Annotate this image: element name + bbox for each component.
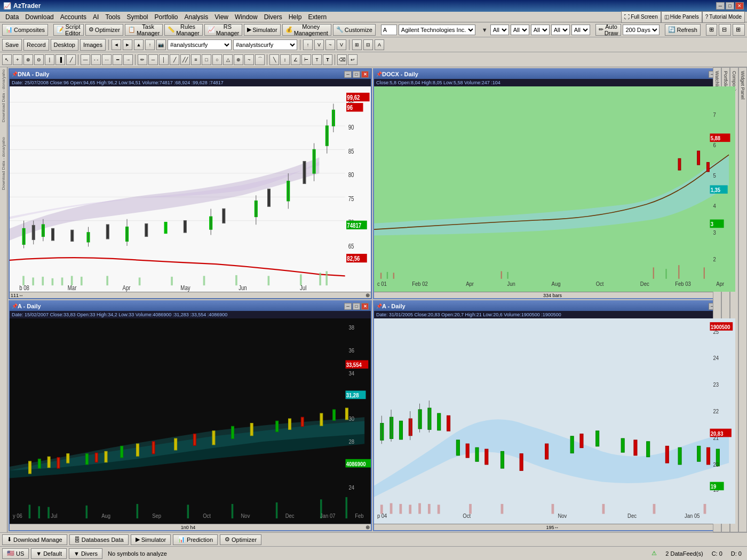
eraser-button[interactable]: ⌫ <box>337 54 347 65</box>
ticker-input[interactable] <box>381 25 397 35</box>
zoomout-button[interactable]: ⊖ <box>34 54 44 65</box>
record-button[interactable]: Record <box>23 39 49 51</box>
arc-button[interactable]: ⌒ <box>255 54 265 65</box>
chart-a2-body[interactable]: 25 24 23 22 21 20 19 1900500 20,83 19 p … <box>374 318 735 524</box>
auto-button[interactable]: ⊞ <box>733 24 745 36</box>
simulator-status-button[interactable]: ▶ Simulator <box>131 534 171 545</box>
thick-button[interactable]: ━ <box>113 54 122 65</box>
undo-button[interactable]: ↩ <box>348 54 357 65</box>
filter2-select[interactable]: All <box>511 25 529 35</box>
arrange2-button[interactable]: ⊟ <box>363 39 373 50</box>
menu-tools[interactable]: Tools <box>102 12 123 22</box>
vert-line-button[interactable]: │ <box>159 54 169 65</box>
composites-button[interactable]: 📊 Composites <box>2 24 48 36</box>
minimize-button[interactable]: ─ <box>716 2 725 10</box>
save-button[interactable]: Save <box>2 39 22 51</box>
simulator-toolbar-button[interactable]: ▶ Simulator <box>244 24 280 36</box>
measure-button[interactable]: ⊢ <box>301 54 311 65</box>
filter5-select[interactable]: All <box>571 25 590 35</box>
grid-button[interactable]: ⊞ <box>706 24 717 36</box>
vol2-button[interactable]: V <box>337 39 346 50</box>
symbol-select[interactable]: Agilent Technologies Inc. <box>399 25 475 35</box>
window-controls[interactable]: ─ □ ✕ <box>716 2 744 10</box>
rules-manager-button[interactable]: 📏 Rules Manager <box>164 24 202 36</box>
chart-a2-titlebar[interactable]: 📌 A - Daily ─ □ ✕ <box>374 301 735 311</box>
bar-button[interactable]: | <box>45 54 54 65</box>
chart-a1-body[interactable]: 38 36 34 32 30 28 26 24 33,554 31,28 408… <box>10 318 371 524</box>
menu-extern[interactable]: Extern <box>305 12 330 22</box>
default-button[interactable]: ▼ Default <box>31 548 67 559</box>
chart-dna-close[interactable]: ✕ <box>361 71 369 78</box>
filter3-select[interactable]: All <box>531 25 550 35</box>
menu-divers[interactable]: Divers <box>261 12 285 22</box>
line-button[interactable]: ╱ <box>66 54 76 65</box>
menu-help[interactable]: Help <box>285 12 305 22</box>
bold-text-button[interactable]: T <box>323 54 332 65</box>
script-editor-button[interactable]: 📝 Script Editor <box>53 24 84 36</box>
chart-dna-minimize[interactable]: ─ <box>344 71 352 78</box>
chart-a2-scrollbar[interactable]: 195↔ ⊕ <box>374 524 735 530</box>
menu-view[interactable]: View <box>211 12 232 22</box>
menu-symbol[interactable]: Symbol <box>123 12 151 22</box>
chart-dna-controls[interactable]: ─ □ ✕ <box>344 71 369 78</box>
chart-dna-titlebar[interactable]: 📌 DNA - Daily ─ □ ✕ <box>10 69 371 79</box>
menu-portfolio[interactable]: Portfolio <box>151 12 181 22</box>
widget-panel-tab[interactable]: Widget Panel <box>738 67 747 532</box>
candle-button[interactable]: ▐ <box>55 54 65 65</box>
nav-up-button[interactable]: ▲ <box>134 39 144 50</box>
full-screen-button[interactable]: ⛶ Full Screen <box>621 11 661 23</box>
indicator-select1[interactable]: #analystscurfy <box>168 39 232 50</box>
menu-ai[interactable]: AI <box>90 12 102 22</box>
diagonal-button[interactable]: ╲ <box>269 54 279 65</box>
fib-button[interactable]: ≡ <box>191 54 201 65</box>
channel-button[interactable]: ╱╱ <box>180 54 190 65</box>
close-button[interactable]: ✕ <box>735 2 744 10</box>
menu-analysis[interactable]: Analysis <box>181 12 212 22</box>
pencil-button[interactable]: ✏ <box>138 54 147 65</box>
chart-docx-scrollbar[interactable]: 334 bars ⊕ <box>374 292 735 298</box>
images-button[interactable]: Images <box>80 39 106 51</box>
chart-dna-expand[interactable]: ⊕ <box>365 292 370 298</box>
draw-line-button[interactable]: — <box>81 54 90 65</box>
arrange-charts-button[interactable]: ⊟ <box>719 24 731 36</box>
rect-button[interactable]: □ <box>202 54 211 65</box>
chart-a1-expand[interactable]: ⊕ <box>365 524 370 530</box>
divers-button[interactable]: ▼ Divers <box>69 548 102 559</box>
nav-right-button[interactable]: ► <box>123 39 132 50</box>
menu-window[interactable]: Window <box>232 12 261 22</box>
wave-button[interactable]: ~ <box>325 39 335 50</box>
customize-button[interactable]: 🔧 Customize <box>333 24 376 36</box>
indicator-select2[interactable]: #analystscurfy <box>233 39 297 50</box>
tutorial-button[interactable]: ? Tutorial Mode <box>702 11 745 23</box>
menu-accounts[interactable]: Accounts <box>57 12 90 22</box>
period-select[interactable]: 200 Days <box>623 25 659 35</box>
cursor-button[interactable]: ↖ <box>2 54 12 65</box>
task-manager-button[interactable]: 📋 Task Manager <box>125 24 163 36</box>
vol-button[interactable]: V <box>314 39 324 50</box>
text-button[interactable]: T <box>312 54 322 65</box>
up-arrow-button[interactable]: ↑ <box>303 39 313 50</box>
filter1-select[interactable]: All <box>490 25 509 35</box>
indicator-picker-button[interactable]: ↑ <box>145 39 155 50</box>
chart-docx-body[interactable]: 7 6 5 4 3 2 5,88 1,35 3 c 01 Feb 02 <box>374 86 735 292</box>
chart-a1-titlebar[interactable]: 📌 A - Daily ─ □ ✕ <box>10 301 371 311</box>
maximize-button[interactable]: □ <box>726 2 734 10</box>
flag-button[interactable]: 🇺🇸 US <box>2 548 29 559</box>
chart-dna-body[interactable]: 99,62 96 90 85 80 75 70 65 b 08 Mar Apr … <box>10 86 371 292</box>
prediction-button[interactable]: 📊 Prediction <box>173 534 218 545</box>
menu-data[interactable]: Data <box>2 12 22 22</box>
horiz-line-button[interactable]: ─ <box>148 54 158 65</box>
zoomin-button[interactable]: ⊕ <box>23 54 33 65</box>
hide-panels-button[interactable]: ◫ Hide Panels <box>661 11 702 23</box>
desktop-button[interactable]: Desktop <box>51 39 78 51</box>
ellipse-button[interactable]: ○ <box>212 54 222 65</box>
tools2-button[interactable]: ⊕ <box>234 54 243 65</box>
databases-data-button[interactable]: 🗄 Databases Data <box>69 534 129 545</box>
trend-button[interactable]: ╱ <box>170 54 179 65</box>
optimizer-status-button[interactable]: ⚙ Optimizer <box>220 534 261 545</box>
chart-a1-maximize[interactable]: □ <box>353 303 360 310</box>
grid2-button[interactable]: ⊞ <box>352 39 362 50</box>
auto-draw-button[interactable]: ✏ Auto Draw <box>595 24 622 36</box>
cross-button[interactable]: + <box>13 54 22 65</box>
dash-button[interactable]: - - <box>91 54 101 65</box>
